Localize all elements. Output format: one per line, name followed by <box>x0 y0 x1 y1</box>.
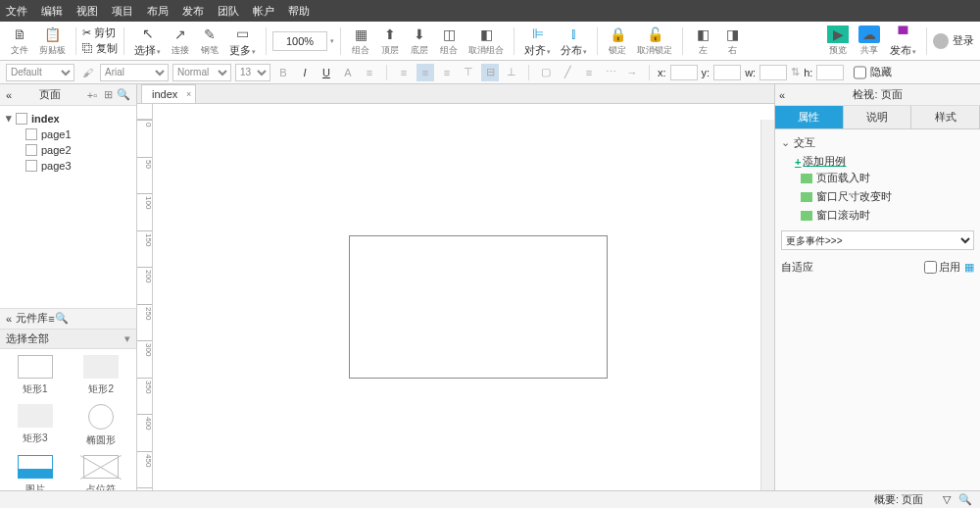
center-panel: index× 050100150200250300350400450500550… <box>137 84 774 490</box>
menu-view[interactable]: 视图 <box>76 4 98 19</box>
preview-button[interactable]: ▶预览 <box>823 23 853 60</box>
paint-icon[interactable]: 🖌 <box>78 64 96 81</box>
valign-top[interactable]: ⊤ <box>460 64 477 81</box>
filter-icon[interactable]: ▽ <box>943 493 951 506</box>
search-page-icon[interactable]: 🔍 <box>117 88 130 102</box>
line-width-button[interactable]: ≡ <box>580 64 598 81</box>
underline-button[interactable]: U <box>318 64 335 81</box>
combine-button[interactable]: ◫组合 <box>435 23 463 60</box>
menu-team[interactable]: 团队 <box>218 4 239 19</box>
adaptive-settings-icon[interactable]: ▦ <box>964 261 974 274</box>
login-button[interactable]: 登录 <box>933 33 974 49</box>
menu-publish[interactable]: 发布 <box>182 4 204 19</box>
top-button[interactable]: ⬆顶层 <box>376 23 404 60</box>
lib-ellipse[interactable]: 椭圆形 <box>73 404 131 447</box>
add-page-icon[interactable]: +▫ <box>85 88 99 102</box>
lib-rect2[interactable]: 矩形2 <box>73 355 131 396</box>
menu-layout[interactable]: 布局 <box>147 4 169 19</box>
lock-button[interactable]: 🔒锁定 <box>604 23 631 60</box>
clipboard-button[interactable]: 📋剪贴板 <box>35 23 70 60</box>
connect-button[interactable]: ↗连接 <box>167 23 194 60</box>
align-center-text[interactable]: ≡ <box>416 64 434 81</box>
select-button[interactable]: ↖选择▾ <box>130 23 165 60</box>
bold-button[interactable]: B <box>274 64 292 81</box>
search-status-icon[interactable]: 🔍 <box>958 493 972 506</box>
collapse-icon[interactable]: « <box>6 89 12 101</box>
tree-page2[interactable]: page2 <box>0 142 136 158</box>
font-select[interactable]: Arial <box>100 64 169 81</box>
distribute-button[interactable]: ⫿分布▾ <box>557 23 591 60</box>
cut-button[interactable]: ✂ 剪切 <box>82 25 116 40</box>
ungroup-button[interactable]: ◧取消组合 <box>465 23 508 60</box>
fill-button[interactable]: ▢ <box>537 64 555 81</box>
library-selector[interactable]: 选择全部▾ <box>0 330 136 349</box>
more-button[interactable]: ▭更多▾ <box>225 23 260 60</box>
menu-account[interactable]: 帐户 <box>253 4 274 19</box>
vertical-scrollbar[interactable] <box>760 120 774 490</box>
italic-button[interactable]: I <box>296 64 314 81</box>
outline-label[interactable]: 概要: 页面 <box>874 492 923 507</box>
group-icon: ▦ <box>352 25 369 43</box>
text-color-button[interactable]: A <box>339 64 357 81</box>
w-input[interactable] <box>760 65 787 80</box>
event-pageload[interactable]: 页面载入时 <box>801 169 974 187</box>
h-label: h: <box>804 67 812 78</box>
tab-style[interactable]: 样式 <box>911 106 980 128</box>
lib-rect1[interactable]: 矩形1 <box>6 355 65 396</box>
lib-image[interactable]: 图片 <box>6 455 65 491</box>
lib-search-icon[interactable]: 🔍 <box>55 312 69 325</box>
canvas-rectangle[interactable] <box>349 235 608 379</box>
close-tab-icon[interactable]: × <box>186 89 191 99</box>
valign-mid[interactable]: ⊟ <box>481 64 499 81</box>
weight-select[interactable]: Normal <box>172 64 231 81</box>
h-input[interactable] <box>816 65 844 80</box>
lib-rect3[interactable]: 矩形3 <box>6 404 65 447</box>
menu-file[interactable]: 文件 <box>6 4 27 19</box>
event-scroll[interactable]: 窗口滚动时 <box>801 206 974 225</box>
zoom-input[interactable] <box>272 31 327 51</box>
line-color-button[interactable]: ╱ <box>559 64 576 81</box>
menu-help[interactable]: 帮助 <box>288 4 310 19</box>
menu-project[interactable]: 项目 <box>112 4 133 19</box>
bottom-button[interactable]: ⬇底层 <box>406 23 433 60</box>
x-input[interactable] <box>670 65 698 80</box>
tab-index[interactable]: index× <box>141 84 196 103</box>
y-input[interactable] <box>713 65 741 80</box>
canvas[interactable] <box>153 120 760 490</box>
hide-checkbox[interactable] <box>854 64 866 81</box>
align-right-button[interactable]: ◨右 <box>718 23 746 60</box>
link-wh-icon[interactable]: ⇅ <box>791 66 800 78</box>
align-right-text[interactable]: ≡ <box>438 64 456 81</box>
copy-button[interactable]: ⿻ 复制 <box>82 41 118 56</box>
align-left-button[interactable]: ◧左 <box>689 23 716 60</box>
share-button[interactable]: ☁共享 <box>855 23 884 60</box>
publish-button[interactable]: ▀发布▾ <box>886 23 920 60</box>
file-button[interactable]: 🗎文件 <box>6 23 33 60</box>
tree-page3[interactable]: page3 <box>0 158 136 174</box>
style-select[interactable]: Default <box>6 64 74 81</box>
adaptive-checkbox[interactable] <box>924 261 937 274</box>
tree-root[interactable]: ▾index <box>0 110 136 127</box>
bullets-button[interactable]: ≡ <box>361 64 378 81</box>
add-folder-icon[interactable]: ⊞ <box>101 88 115 102</box>
lib-placeholder[interactable]: 占位符 <box>73 455 131 491</box>
expand-icon[interactable]: « <box>779 89 785 101</box>
arrow-button[interactable]: → <box>623 64 641 81</box>
add-case-link[interactable]: +添加用例 <box>795 154 974 169</box>
tab-properties[interactable]: 属性 <box>775 106 844 128</box>
more-events-select[interactable]: 更多事件>>> <box>781 230 974 250</box>
interaction-section[interactable]: ⌄交互 <box>781 135 974 150</box>
group-button[interactable]: ▦组合 <box>347 23 374 60</box>
lib-collapse-icon[interactable]: « <box>6 313 12 325</box>
align-left-text[interactable]: ≡ <box>395 64 413 81</box>
valign-bot[interactable]: ⊥ <box>503 64 520 81</box>
event-resize[interactable]: 窗口尺寸改变时 <box>801 187 974 206</box>
tab-notes[interactable]: 说明 <box>844 106 912 128</box>
line-style-button[interactable]: ⋯ <box>602 64 619 81</box>
menu-edit[interactable]: 编辑 <box>41 4 63 19</box>
tree-page1[interactable]: page1 <box>0 127 136 142</box>
unlock-button[interactable]: 🔓取消锁定 <box>633 23 676 60</box>
size-select[interactable]: 13 <box>235 64 270 81</box>
align-button[interactable]: ⊫对齐▾ <box>520 23 555 60</box>
pen-button[interactable]: ✎钢笔 <box>196 23 223 60</box>
